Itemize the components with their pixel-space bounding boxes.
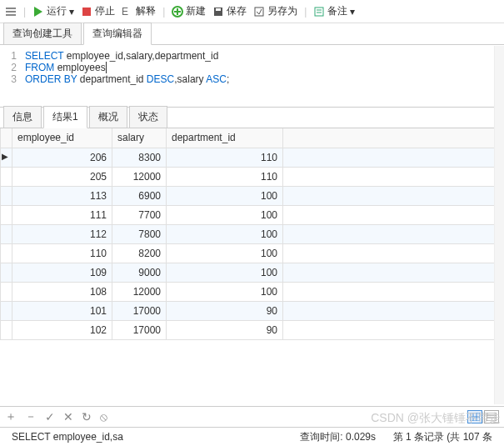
cell[interactable]: 12000	[112, 167, 167, 186]
run-button[interactable]: 运行 ▾	[32, 4, 74, 18]
result-grid[interactable]: employee_id salary department_id 2068300…	[0, 128, 504, 340]
row-selector[interactable]	[1, 320, 12, 339]
cell[interactable]: 205	[12, 167, 112, 186]
cell[interactable]: 112	[12, 224, 112, 243]
row-selector[interactable]	[1, 243, 12, 263]
tab-query-builder[interactable]: 查询创建工具	[3, 23, 82, 44]
cell[interactable]: 12000	[112, 282, 167, 301]
add-row-button[interactable]: ＋	[5, 409, 17, 424]
cell[interactable]: 110	[12, 243, 112, 263]
svg-rect-1	[6, 11, 16, 13]
cell[interactable]: 6900	[112, 186, 167, 205]
cell[interactable]: 90	[167, 301, 283, 320]
row-selector[interactable]	[1, 205, 12, 224]
row-selector[interactable]	[1, 263, 12, 282]
table-row[interactable]: 1011700090	[1, 301, 504, 320]
cell[interactable]: 206	[12, 148, 112, 167]
vertical-scrollbar[interactable]	[494, 46, 504, 404]
cell[interactable]: 17000	[112, 320, 167, 339]
tab-query-editor[interactable]: 查询编辑器	[83, 23, 152, 45]
separator: |	[304, 6, 307, 18]
row-selector[interactable]	[1, 186, 12, 205]
text-cursor	[106, 62, 107, 73]
cell[interactable]: 7700	[112, 205, 167, 224]
column-header[interactable]: department_id	[167, 128, 283, 148]
cell[interactable]: 9000	[112, 263, 167, 282]
table-row[interactable]: 1136900100	[1, 186, 504, 205]
cell[interactable]: 17000	[112, 301, 167, 320]
cancel-button[interactable]: ✕	[63, 410, 73, 423]
cell[interactable]: 90	[167, 320, 283, 339]
save-button[interactable]: 保存	[212, 4, 247, 18]
stop-button-footer[interactable]: ⦸	[100, 410, 107, 424]
commit-button[interactable]: ✓	[45, 410, 55, 423]
sql-editor[interactable]: 1 SELECT employee_id,salary,department_i…	[0, 45, 504, 90]
line-number: 2	[0, 62, 25, 73]
saveas-label: 另存为	[267, 4, 297, 18]
notes-button[interactable]: 备注 ▾	[313, 4, 355, 18]
editor-line: 1 SELECT employee_id,salary,department_i…	[0, 50, 504, 62]
saveas-button[interactable]: 另存为	[253, 4, 297, 18]
row-selector[interactable]	[1, 167, 12, 186]
table-row[interactable]: 1117700100	[1, 205, 504, 224]
tab-profile[interactable]: 概况	[89, 106, 127, 128]
cell[interactable]: 100	[167, 263, 283, 282]
table-row[interactable]: 1099000100	[1, 263, 504, 282]
stop-button[interactable]: 停止	[81, 4, 115, 18]
tab-info[interactable]: 信息	[3, 106, 42, 128]
table-row[interactable]: 1127800100	[1, 224, 504, 243]
row-selector[interactable]	[1, 282, 12, 301]
table-row[interactable]: 1108200100	[1, 243, 504, 263]
cell[interactable]: 7800	[112, 224, 167, 243]
cell[interactable]: 100	[167, 205, 283, 224]
row-header-blank	[1, 128, 12, 148]
cell[interactable]: 101	[12, 301, 112, 320]
cell[interactable]: 100	[167, 224, 283, 243]
tab-status[interactable]: 状态	[129, 106, 167, 128]
cell[interactable]: 8200	[112, 243, 167, 263]
menu-icon[interactable]	[5, 6, 17, 18]
line-number: 3	[0, 73, 25, 85]
cell-blank	[283, 224, 504, 243]
grid-view-button[interactable]	[467, 410, 482, 423]
cell[interactable]: 108	[12, 282, 112, 301]
svg-text:E: E	[122, 6, 128, 18]
table-row[interactable]: 2068300110	[1, 148, 504, 167]
main-toolbar: | 运行 ▾ 停止 E解释 | 新建 保存 另存为 | 备注 ▾	[0, 0, 504, 23]
cell-blank	[283, 320, 504, 339]
tab-result1[interactable]: 结果1	[43, 106, 87, 128]
cell[interactable]: 100	[167, 282, 283, 301]
cell[interactable]: 110	[167, 167, 283, 186]
table-row[interactable]: 20512000110	[1, 167, 504, 186]
cell[interactable]: 100	[167, 243, 283, 263]
row-selector[interactable]	[1, 301, 12, 320]
cell[interactable]: 111	[12, 205, 112, 224]
refresh-button[interactable]: ↻	[82, 410, 92, 423]
row-selector[interactable]	[1, 224, 12, 243]
new-label: 新建	[186, 4, 206, 18]
column-header[interactable]: salary	[112, 128, 167, 148]
cell-blank	[283, 148, 504, 167]
explain-button[interactable]: E解释	[122, 4, 156, 18]
svg-rect-19	[487, 413, 497, 421]
cell[interactable]: 109	[12, 263, 112, 282]
cell-blank	[283, 282, 504, 301]
cell[interactable]: 110	[167, 148, 283, 167]
grid-footer-toolbar: ＋ － ✓ ✕ ↻ ⦸	[0, 406, 504, 428]
cell[interactable]: 100	[167, 186, 283, 205]
table-row[interactable]: 10812000100	[1, 282, 504, 301]
cell[interactable]: 113	[12, 186, 112, 205]
cell[interactable]: 8300	[112, 148, 167, 167]
current-row-pointer: ▶	[2, 152, 8, 161]
run-label: 运行	[47, 4, 67, 18]
new-button[interactable]: 新建	[172, 4, 206, 18]
editor-line: 2 FROM employees	[0, 62, 504, 73]
status-time: 查询时间: 0.029s	[188, 430, 382, 444]
table-row[interactable]: 1021700090	[1, 320, 504, 339]
svg-rect-0	[6, 8, 16, 9]
form-view-button[interactable]	[484, 410, 499, 423]
delete-row-button[interactable]: －	[25, 409, 37, 424]
status-record: 第 1 条记录 (共 107 条	[382, 430, 499, 444]
column-header[interactable]: employee_id	[12, 128, 112, 148]
cell[interactable]: 102	[12, 320, 112, 339]
